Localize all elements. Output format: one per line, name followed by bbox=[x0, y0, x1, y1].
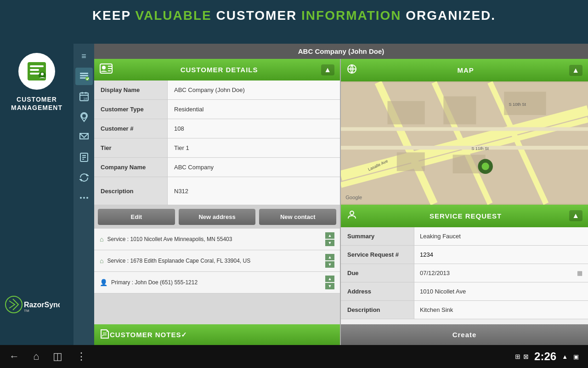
service-collapse[interactable]: ▲ bbox=[569, 210, 582, 221]
svg-point-6 bbox=[6, 296, 22, 313]
addr-down-2[interactable]: ▼ bbox=[325, 261, 334, 268]
address-list: ⌂ Service : 1010 Nicollet Ave Minneapoli… bbox=[94, 229, 340, 293]
nav-menu[interactable]: ≡ bbox=[75, 47, 93, 65]
customer-notes-collapse[interactable]: ✓ bbox=[181, 331, 187, 339]
customer-details-title: CUSTOMER DETAILS bbox=[181, 66, 258, 74]
value-desc: Kitchen Sink bbox=[414, 301, 588, 319]
svg-rect-43 bbox=[388, 101, 425, 125]
nav-options[interactable]: ⋮ bbox=[76, 351, 86, 362]
customer-notes-title: CUSTOMER NOTES bbox=[110, 331, 181, 339]
nav-files[interactable] bbox=[75, 149, 93, 166]
nav-messages[interactable] bbox=[75, 128, 93, 146]
contact-item-1: 👤 Primary : John Doe (651) 555-1212 ▲ ▼ bbox=[94, 272, 340, 293]
wifi-status-icon: ▲ bbox=[562, 353, 568, 360]
service-request-header: SERVICE REQUEST ▲ bbox=[341, 205, 588, 227]
create-button[interactable]: Create bbox=[341, 324, 588, 345]
new-address-button[interactable]: New address bbox=[179, 209, 256, 225]
razorsync-logo: RazorSync TM bbox=[5, 294, 60, 317]
service-row-request-num: Service Request # bbox=[341, 246, 588, 264]
label-company: Company Name bbox=[94, 158, 168, 177]
bottom-nav: ← ⌂ ◫ ⋮ bbox=[9, 351, 86, 362]
map-header: MAP ▲ bbox=[341, 59, 588, 81]
bottom-bar: ← ⌂ ◫ ⋮ ⊞ ⊠ 2:26 ▲ ▣ bbox=[0, 345, 588, 368]
map-section: MAP ▲ bbox=[341, 59, 588, 205]
new-contact-button[interactable]: New contact bbox=[259, 209, 336, 225]
svg-text:S 10th St: S 10th St bbox=[509, 102, 526, 107]
tagline-word1: VALUABLE bbox=[135, 8, 211, 23]
nav-back[interactable]: ← bbox=[9, 351, 19, 362]
addr-up-2[interactable]: ▲ bbox=[325, 254, 334, 260]
address-text-2: Service : 1678 Edith Esplanade Cape Cora… bbox=[107, 258, 325, 264]
detail-row-tier: Tier Tier 1 bbox=[94, 138, 340, 158]
request-num-input[interactable] bbox=[420, 251, 582, 258]
addr-down-1[interactable]: ▼ bbox=[325, 240, 334, 246]
signal-icon: ⊠ bbox=[523, 353, 529, 360]
notes-icon bbox=[100, 329, 110, 340]
svg-point-24 bbox=[83, 197, 85, 199]
map-title: MAP bbox=[457, 66, 474, 74]
nav-recents[interactable]: ◫ bbox=[53, 351, 62, 362]
map-container[interactable]: Lasalle Ave S 10th St S 11th St Google bbox=[341, 81, 588, 205]
label-request-num: Service Request # bbox=[341, 246, 414, 264]
detail-row-customer-num: Customer # 108 bbox=[94, 119, 340, 138]
svg-rect-46 bbox=[397, 152, 425, 171]
service-request-title: SERVICE REQUEST bbox=[430, 212, 502, 220]
nav-home[interactable]: ⌂ bbox=[33, 351, 39, 362]
tagline-post: ORGANIZED. bbox=[401, 8, 496, 23]
svg-text:TM: TM bbox=[24, 309, 29, 313]
main-content: ABC Company (John Doe) CUSTOMER DE bbox=[94, 44, 588, 345]
service-row-summary: Summary Leaking Faucet bbox=[341, 227, 588, 246]
service-row-address: Address 1010 Nicollet Ave bbox=[341, 282, 588, 301]
svg-point-5 bbox=[41, 73, 44, 75]
label-customer-type: Customer Type bbox=[94, 100, 168, 119]
map-icon bbox=[346, 63, 357, 77]
value-address: 1010 Nicollet Ave bbox=[414, 282, 588, 300]
addr-up-1[interactable]: ▲ bbox=[325, 232, 334, 239]
nav-calendar[interactable]: 18 bbox=[75, 88, 93, 105]
tagline-mid: CUSTOMER bbox=[212, 8, 301, 23]
address-icon-1: ⌂ bbox=[100, 236, 103, 243]
content-area: CUSTOMER DETAILS ▲ Display Name ABC Comp… bbox=[94, 59, 588, 345]
contact-down-1[interactable]: ▼ bbox=[325, 283, 334, 289]
service-form: Summary Leaking Faucet Service Request #… bbox=[341, 227, 588, 324]
customer-icon bbox=[25, 60, 48, 83]
sidebar-logo bbox=[18, 53, 55, 90]
customer-details-collapse[interactable]: ▲ bbox=[321, 64, 334, 75]
svg-text:S 11th St: S 11th St bbox=[471, 146, 489, 151]
svg-point-27 bbox=[102, 66, 106, 69]
map-collapse[interactable]: ▲ bbox=[569, 65, 582, 76]
svg-point-52 bbox=[482, 163, 489, 170]
customer-title: ABC Company (John Doe) bbox=[298, 47, 384, 55]
contact-arrows-1: ▲ ▼ bbox=[325, 276, 334, 289]
svg-rect-44 bbox=[443, 96, 476, 124]
detail-row-display-name: Display Name ABC Company (John Doe) bbox=[94, 80, 340, 100]
nav-customers[interactable] bbox=[75, 68, 93, 85]
nav-sync[interactable] bbox=[75, 169, 93, 186]
contact-text-1: Primary : John Doe (651) 555-1212 bbox=[111, 279, 325, 286]
value-request-num[interactable] bbox=[414, 246, 588, 264]
contact-up-1[interactable]: ▲ bbox=[325, 276, 334, 282]
label-desc: Description bbox=[341, 301, 414, 319]
edit-button[interactable]: Edit bbox=[98, 209, 175, 225]
razorsync-logo-svg: RazorSync TM bbox=[5, 294, 60, 315]
value-summary: Leaking Faucet bbox=[414, 227, 588, 245]
time-display: 2:26 bbox=[534, 350, 556, 363]
calendar-icon[interactable]: ▦ bbox=[577, 270, 582, 276]
tagline-pre: KEEP bbox=[92, 8, 136, 23]
detail-row-description: Description N312 bbox=[94, 177, 340, 205]
nav-map[interactable] bbox=[75, 108, 93, 126]
detail-row-customer-type: Customer Type Residential bbox=[94, 100, 340, 119]
right-panel: MAP ▲ bbox=[340, 59, 588, 345]
bottom-right: ⊞ ⊠ 2:26 ▲ ▣ bbox=[515, 350, 579, 363]
due-date-text: 07/12/2013 bbox=[420, 270, 450, 276]
value-company: ABC Company bbox=[168, 158, 340, 177]
svg-point-23 bbox=[80, 197, 82, 199]
value-description: N312 bbox=[168, 177, 340, 205]
svg-rect-10 bbox=[80, 75, 88, 76]
label-customer-num: Customer # bbox=[94, 119, 168, 138]
nav-more[interactable] bbox=[75, 189, 93, 207]
sidebar: CUSTOMER MANAGEMENT RazorSync TM bbox=[0, 44, 74, 345]
svg-rect-9 bbox=[80, 73, 88, 74]
detail-row-company: Company Name ABC Company bbox=[94, 158, 340, 177]
sidebar-label: CUSTOMER MANAGEMENT bbox=[11, 95, 62, 112]
